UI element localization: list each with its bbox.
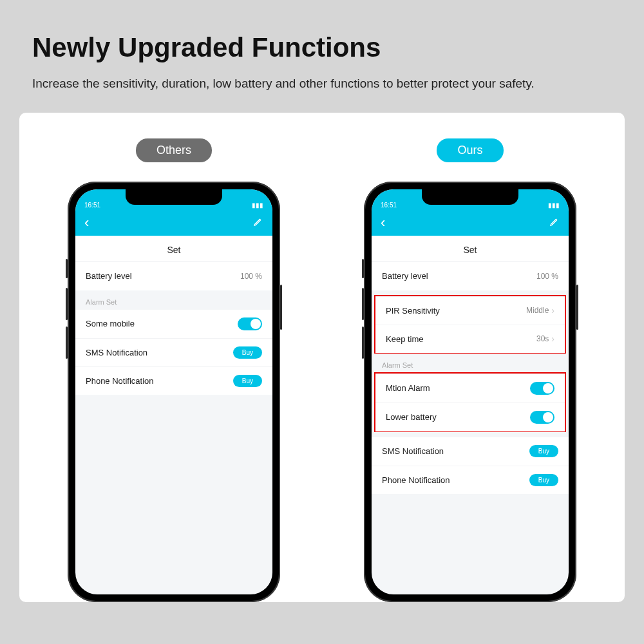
status-time: 16:51 (84, 202, 100, 209)
row-motion-alarm[interactable]: Mtion Alarm (375, 374, 565, 402)
status-icons: ▮▮▮ (548, 202, 560, 209)
sms-label: SMS Notification (382, 446, 444, 456)
battery-label: Battery level (382, 271, 428, 281)
buy-button-sms[interactable]: Buy (233, 346, 262, 359)
screen-title: Set (372, 236, 569, 262)
alarm-set-header: Alarm Set (372, 354, 569, 373)
toggle-lowbatt[interactable] (530, 411, 554, 424)
edit-icon[interactable] (549, 216, 560, 229)
column-ours: Ours 16:51 ▮▮▮ ‹ Set (341, 138, 599, 602)
row-phone-notif[interactable]: Phone Notification Buy (372, 466, 569, 494)
chevron-right-icon: › (551, 334, 554, 344)
battery-value: 100 % (536, 272, 558, 281)
badge-others: Others (136, 138, 212, 162)
back-icon[interactable]: ‹ (84, 216, 89, 230)
keep-label: Keep time (386, 334, 424, 344)
buy-button-phone[interactable]: Buy (529, 474, 558, 486)
page-subtitle: Increase the sensitivity, duration, low … (32, 75, 580, 93)
row-battery: Battery level 100 % (372, 262, 569, 290)
toggle-motion[interactable] (530, 382, 554, 395)
status-time: 16:51 (381, 202, 397, 209)
screen-title: Set (75, 236, 272, 262)
lowbatt-label: Lower battery (386, 412, 437, 422)
battery-label: Battery level (86, 271, 132, 281)
buy-button-sms[interactable]: Buy (529, 445, 558, 457)
alarm-set-header: Alarm Set (75, 290, 272, 310)
back-icon[interactable]: ‹ (381, 216, 385, 230)
row-keep-time[interactable]: Keep time 30s› (375, 325, 565, 353)
app-bar: ‹ (372, 210, 569, 236)
some-mobile-label: Some mobile (86, 319, 135, 328)
keep-value: 30s (536, 334, 549, 343)
row-some-mobile[interactable]: Some mobile (75, 310, 272, 338)
phone-notif-label: Phone Notification (382, 475, 450, 485)
battery-value: 100 % (240, 272, 262, 281)
row-pir[interactable]: PIR Sensitivity Middle› (375, 296, 565, 325)
page-title: Newly Upgraded Functions (32, 32, 612, 63)
badge-ours: Ours (437, 138, 503, 162)
comparison-panel: Others 16:51 ▮▮▮ ‹ Set (19, 113, 625, 602)
sms-label: SMS Notification (86, 348, 147, 357)
motion-label: Mtion Alarm (386, 383, 430, 393)
row-sms[interactable]: SMS Notification Buy (75, 338, 272, 366)
phone-notif-label: Phone Notification (86, 376, 154, 386)
highlight-alarm-lowbatt: Mtion Alarm Lower battery (374, 372, 566, 433)
phone-mockup-others: 16:51 ▮▮▮ ‹ Set Battery level 100 % Alar… (68, 182, 280, 602)
edit-icon[interactable] (253, 216, 263, 229)
pir-value: Middle (526, 306, 549, 315)
row-lower-battery[interactable]: Lower battery (375, 402, 565, 431)
row-battery: Battery level 100 % (75, 262, 272, 290)
pir-label: PIR Sensitivity (386, 306, 440, 316)
toggle-some-mobile[interactable] (238, 317, 262, 330)
status-icons: ▮▮▮ (252, 202, 263, 209)
row-phone-notif[interactable]: Phone Notification Buy (75, 366, 272, 395)
row-sms[interactable]: SMS Notification Buy (372, 437, 569, 466)
highlight-pir-keep: PIR Sensitivity Middle› Keep time 30s› (374, 295, 566, 354)
phone-notch (422, 189, 518, 205)
column-others: Others 16:51 ▮▮▮ ‹ Set (45, 138, 303, 602)
buy-button-phone[interactable]: Buy (233, 375, 262, 387)
phone-mockup-ours: 16:51 ▮▮▮ ‹ Set Battery level 100 % (364, 182, 576, 602)
chevron-right-icon: › (551, 305, 554, 316)
app-bar: ‹ (75, 210, 272, 236)
phone-notch (126, 189, 222, 205)
